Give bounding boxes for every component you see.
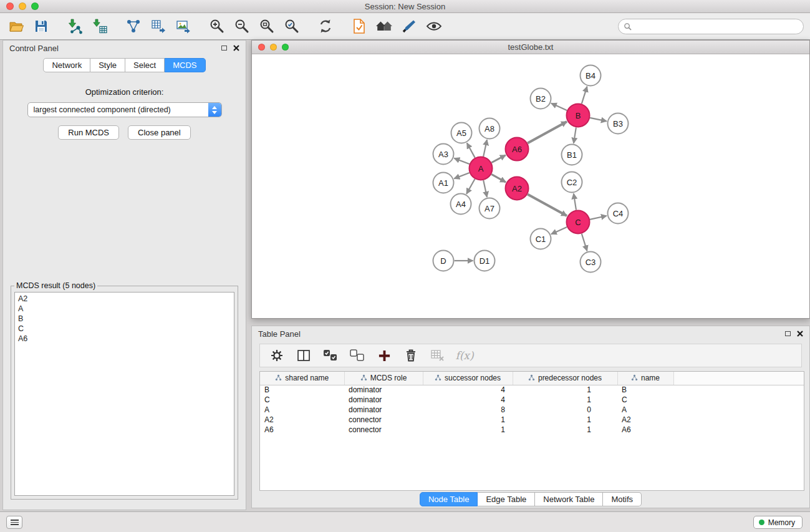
memory-button[interactable]: Memory [753, 516, 803, 529]
table-row[interactable]: Cdominator41C [260, 395, 804, 405]
tab-network[interactable]: Network [43, 58, 90, 72]
zoom-fit-button[interactable] [257, 16, 277, 37]
add-column-button[interactable] [375, 346, 393, 365]
graph-node[interactable]: A3 [433, 144, 454, 165]
graph-edge[interactable] [551, 104, 567, 110]
network-close-icon[interactable] [258, 44, 265, 51]
unselect-all-button[interactable] [348, 346, 367, 365]
table-cell[interactable]: 1 [513, 415, 617, 425]
table-cell[interactable]: 1 [513, 385, 617, 395]
table-row[interactable]: Adominator80A [260, 405, 804, 415]
close-panel-button[interactable]: Close panel [128, 125, 191, 140]
save-session-button[interactable] [31, 16, 51, 37]
close-table-panel-icon[interactable] [797, 331, 803, 337]
table-cell[interactable]: 4 [423, 395, 513, 405]
graph-node[interactable]: C [567, 211, 590, 234]
graph-node[interactable]: B1 [562, 145, 582, 165]
tab-mcds[interactable]: MCDS [165, 58, 205, 72]
graph-edge[interactable] [528, 122, 567, 143]
delete-table-button[interactable] [428, 346, 447, 365]
graph-edge[interactable] [574, 193, 576, 210]
graph-node[interactable]: D [433, 251, 454, 271]
graph-node[interactable]: B [567, 104, 590, 127]
result-item[interactable]: C [18, 324, 231, 334]
table-cell[interactable]: A [617, 405, 673, 415]
table-cell[interactable]: 4 [423, 385, 513, 395]
refresh-button[interactable] [316, 16, 335, 37]
eye-button[interactable] [424, 16, 444, 37]
table-row[interactable]: A2connector11A2 [260, 415, 804, 425]
table-cell[interactable]: 8 [423, 405, 513, 415]
graph-node[interactable]: B3 [608, 114, 629, 134]
open-session-button[interactable] [6, 16, 26, 37]
table-cell[interactable]: A2 [617, 415, 673, 425]
graph-node[interactable]: C1 [531, 229, 551, 249]
table-row[interactable]: A6connector11A6 [260, 425, 804, 435]
table-cell[interactable]: B [260, 385, 344, 395]
column-header[interactable]: MCDS role [344, 372, 423, 385]
zoom-out-button[interactable] [232, 16, 252, 37]
table-cell[interactable]: A6 [617, 425, 673, 435]
export-image-button[interactable] [173, 16, 193, 37]
column-visibility-button[interactable] [294, 346, 313, 365]
table-cell[interactable]: dominator [344, 405, 423, 415]
graph-node[interactable]: A4 [451, 194, 471, 215]
result-item[interactable]: A [18, 304, 231, 314]
table-cell[interactable]: 1 [513, 425, 617, 435]
graph-node[interactable]: B2 [531, 89, 551, 109]
graph-node[interactable]: A5 [451, 123, 472, 143]
graph-node[interactable]: D1 [475, 251, 495, 271]
tab-style[interactable]: Style [90, 58, 125, 72]
result-item[interactable]: A6 [18, 334, 231, 344]
table-cell[interactable]: A6 [260, 425, 344, 435]
zoom-selected-button[interactable] [282, 16, 302, 37]
optimization-dropdown[interactable]: largest connected component (directed) [27, 102, 222, 117]
column-header[interactable]: shared name [260, 372, 344, 385]
minimize-window-icon[interactable] [19, 2, 26, 10]
panel-selector-button[interactable] [6, 516, 22, 529]
graph-node[interactable]: C2 [562, 172, 582, 193]
column-header[interactable]: name [617, 372, 673, 385]
graph-node[interactable]: A2 [506, 177, 529, 200]
zoom-in-button[interactable] [207, 16, 227, 37]
tab-edge-table[interactable]: Edge Table [478, 492, 535, 506]
graph-edge[interactable] [590, 216, 607, 220]
tab-select[interactable]: Select [125, 58, 165, 72]
export-network-button[interactable] [123, 16, 143, 37]
table-cell[interactable]: 1 [423, 415, 513, 425]
table-row[interactable]: Bdominator41B [260, 385, 804, 395]
zoom-window-icon[interactable] [31, 2, 39, 10]
graph-edge[interactable] [454, 158, 470, 164]
function-builder-button[interactable]: f(x) [455, 346, 474, 365]
import-network-button[interactable] [65, 16, 85, 37]
import-table-button[interactable] [90, 16, 110, 37]
graph-node[interactable]: A [470, 157, 493, 180]
table-cell[interactable]: B [617, 385, 673, 395]
graph-edge[interactable] [582, 234, 587, 251]
graph-edge[interactable] [466, 179, 475, 194]
table-cell[interactable]: C [617, 395, 673, 405]
float-panel-icon[interactable] [221, 46, 227, 51]
mcds-result-list[interactable]: A2ABCA6 [14, 292, 234, 496]
settings-gear-button[interactable] [268, 346, 286, 365]
graph-edge[interactable] [528, 194, 567, 216]
table-cell[interactable]: 0 [513, 405, 617, 415]
graph-edge[interactable] [467, 143, 475, 158]
network-minimize-icon[interactable] [270, 44, 277, 51]
close-window-icon[interactable] [6, 2, 14, 10]
close-panel-icon[interactable] [233, 45, 239, 51]
network-zoom-icon[interactable] [282, 44, 289, 51]
result-item[interactable]: A2 [18, 294, 231, 304]
tab-node-table[interactable]: Node Table [420, 492, 478, 506]
graph-node[interactable]: C3 [581, 252, 601, 273]
graph-node[interactable]: B4 [581, 65, 601, 86]
tab-motifs[interactable]: Motifs [603, 492, 642, 506]
graph-edge[interactable] [582, 87, 587, 104]
graph-edge[interactable] [491, 155, 506, 163]
graph-edge[interactable] [590, 118, 607, 121]
export-table-button[interactable] [148, 16, 168, 37]
graph-edge[interactable] [483, 140, 487, 157]
table-cell[interactable]: C [260, 395, 344, 405]
table-cell[interactable]: dominator [344, 395, 423, 405]
graph-node[interactable]: A7 [480, 198, 500, 219]
